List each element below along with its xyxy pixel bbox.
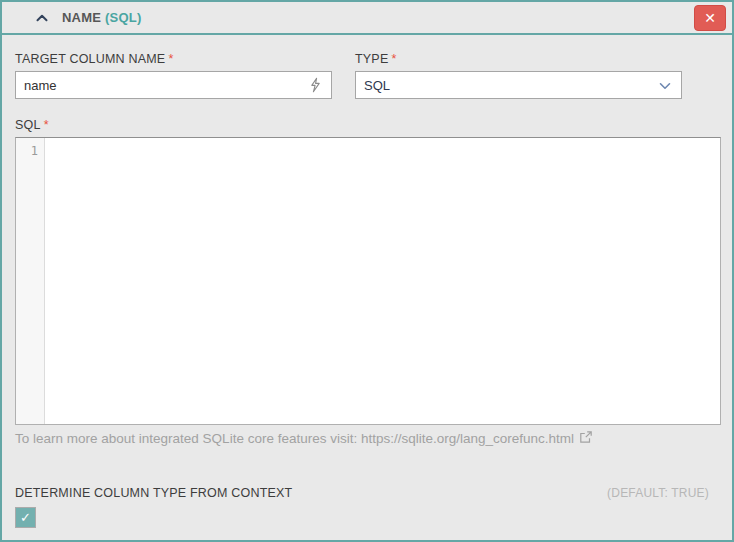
sqlite-help-line: To learn more about integrated SQLite co… [15, 430, 719, 447]
target-column-name-label: TARGET COLUMN NAME* [15, 52, 332, 66]
sqlite-help-text: To learn more about integrated SQLite co… [15, 431, 574, 446]
panel-title-suffix: (SQL) [105, 10, 141, 25]
collapse-button[interactable] [30, 6, 54, 30]
determine-column-type-label: DETERMINE COLUMN TYPE FROM CONTEXT [15, 486, 292, 500]
determine-column-type-checkbox[interactable]: ✓ [15, 507, 36, 528]
sql-editor-textarea[interactable] [45, 138, 720, 424]
chevron-up-icon [36, 10, 48, 25]
panel-header: NAME(SQL) ✕ [2, 2, 732, 35]
type-select-value: SQL [364, 78, 390, 93]
target-column-name-field: TARGET COLUMN NAME* [15, 52, 332, 99]
lightning-bolt-icon[interactable] [305, 74, 325, 96]
close-icon: ✕ [704, 11, 716, 25]
line-number: 1 [31, 144, 38, 158]
default-value-note: (DEFAULT: TRUE) [607, 486, 709, 500]
chevron-down-icon [659, 78, 671, 93]
determine-column-type-row: DETERMINE COLUMN TYPE FROM CONTEXT (DEFA… [15, 486, 719, 500]
target-column-name-input-wrap [15, 71, 332, 99]
type-label: TYPE* [355, 52, 682, 66]
required-marker: * [391, 52, 396, 66]
sql-label: SQL* [15, 118, 719, 132]
sql-field: SQL* 1 To learn more about integrated SQ… [15, 118, 719, 447]
required-marker: * [44, 118, 49, 132]
required-marker: * [168, 52, 173, 66]
sql-code-editor[interactable]: 1 [15, 137, 721, 425]
target-column-name-input[interactable] [24, 72, 305, 98]
type-select[interactable]: SQL [355, 71, 682, 99]
panel-title-name: NAME [62, 10, 101, 25]
checkmark-icon: ✓ [20, 510, 31, 525]
panel-title: NAME(SQL) [62, 10, 141, 25]
column-mapping-panel: NAME(SQL) ✕ TARGET COLUMN NAME* [0, 0, 734, 542]
editor-gutter: 1 [16, 138, 45, 424]
type-field: TYPE* SQL [355, 52, 682, 99]
panel-body: TARGET COLUMN NAME* TYPE* SQL [2, 35, 732, 540]
field-row-top: TARGET COLUMN NAME* TYPE* SQL [15, 52, 719, 99]
external-link-icon[interactable] [579, 430, 593, 447]
close-button[interactable]: ✕ [694, 5, 726, 31]
